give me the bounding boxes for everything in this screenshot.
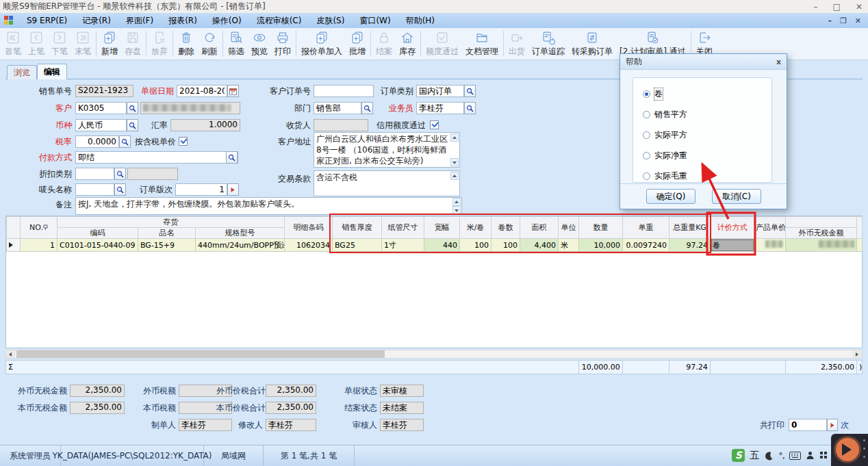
detail-row-1[interactable]: 1 C0101-015-0440-09 BG-15+9 440mm/24um/B… (7, 239, 863, 252)
sogou-icon[interactable]: S (732, 449, 745, 462)
menu-item-workflow[interactable]: 流程审核(C) (249, 13, 309, 28)
ok-button[interactable]: 确定(Q) (646, 189, 695, 204)
customer-code-input[interactable] (75, 102, 127, 114)
mdi-close-icon[interactable]: ✕ (855, 16, 861, 25)
prev-record-button[interactable]: 上笔 (25, 29, 48, 59)
col-qty[interactable]: 数量 (579, 217, 623, 239)
col-product-price[interactable]: 产品单价 (754, 217, 786, 239)
print-count-spin-button[interactable] (827, 419, 838, 431)
mdi-minimize-icon[interactable]: – (828, 16, 832, 25)
col-rolls[interactable]: 卷数 (492, 217, 520, 239)
col-tube-size[interactable]: 纸管尺寸 (382, 217, 424, 239)
cell-tube-size[interactable]: 1寸 (382, 239, 424, 252)
print-count-input[interactable] (789, 419, 827, 431)
col-barcode[interactable]: 明细条码 (285, 217, 333, 239)
cell-rolls[interactable]: 100 (492, 239, 520, 252)
tax-rate-input[interactable] (75, 135, 119, 148)
document-manage-button[interactable]: 文档管理 (462, 29, 502, 59)
batch-add-button[interactable]: 批增 (346, 29, 369, 59)
filter-button[interactable]: 筛选 (225, 29, 248, 59)
customer-order-no-input[interactable] (314, 85, 374, 97)
cell-no[interactable]: 1 (21, 239, 58, 252)
doc-date-input[interactable] (177, 85, 227, 97)
cell-product-name[interactable]: BG-15+9 (138, 239, 196, 252)
currency-lookup-button[interactable] (127, 119, 138, 131)
delete-button[interactable]: 删除 (175, 29, 198, 59)
discount-type-input[interactable] (75, 168, 114, 180)
to-purchase-order-button[interactable]: 转采购订单 (568, 29, 616, 59)
col-meters-per-roll[interactable]: 米/卷 (460, 217, 492, 239)
grid-hscrollbar[interactable] (5, 350, 863, 359)
terms-scroll-up-icon[interactable] (450, 172, 459, 180)
new-button[interactable]: 新增 (98, 29, 121, 59)
col-area[interactable]: 面积 (520, 217, 559, 239)
col-width[interactable]: 宽幅 (424, 217, 460, 239)
menu-item-report[interactable]: 报表(R) (161, 13, 205, 28)
cell-unit-weight[interactable]: 0.0097240 (623, 239, 669, 252)
cell-code[interactable]: C0101-015-0440-09 (58, 239, 138, 252)
keyboard-icon[interactable] (789, 452, 801, 460)
trade-terms-field[interactable]: 含运不含税 (314, 170, 460, 196)
tab-edit[interactable]: 编辑 (37, 64, 67, 79)
close-case-button[interactable]: 结案 (372, 29, 396, 59)
help-dialog-titlebar[interactable]: 帮助 x (620, 54, 787, 70)
person-icon[interactable] (806, 451, 815, 460)
mark-name-input[interactable] (75, 183, 114, 196)
credit-pass-checkbox[interactable] (430, 120, 439, 129)
tax-included-checkbox[interactable] (179, 137, 188, 146)
remark-scroll-down-icon[interactable] (452, 206, 461, 214)
dialog-close-icon[interactable]: x (776, 57, 781, 66)
remark-field[interactable]: 按J, 天地盒，打井字带，外包缠绕膜。外包装加贴客户唛头。 (75, 197, 462, 215)
pricing-option-actual-sqm[interactable]: 实际平方 (643, 130, 687, 140)
last-record-button[interactable]: 末笔 (71, 29, 94, 59)
add-from-quote-button[interactable]: 报价单加入 (298, 29, 346, 59)
remark-scroll-up-icon[interactable] (452, 198, 461, 206)
cell-spec[interactable]: 440mm/24um/BOPP预涂... (196, 239, 285, 252)
col-total-weight[interactable]: 总重量KG (669, 217, 711, 239)
col-product-name[interactable]: 品名 (138, 228, 196, 239)
pricing-option-net-weight[interactable]: 实际净重 (643, 151, 687, 160)
pricing-option-roll[interactable]: 卷 (643, 89, 663, 99)
salesman-lookup-button[interactable] (464, 102, 476, 114)
department-lookup-button[interactable] (361, 102, 373, 114)
cell-meters-per-roll[interactable]: 100 (460, 239, 492, 252)
window-minimize-icon[interactable]: – (814, 2, 818, 12)
order-version-spin-button[interactable] (227, 183, 239, 196)
scrollbar-thumb[interactable] (16, 350, 385, 358)
window-maximize-icon[interactable]: □ (833, 2, 841, 12)
col-pricing-method[interactable]: 计价方式 (711, 217, 754, 239)
discard-button[interactable]: 放弃 (148, 29, 171, 59)
col-spec[interactable]: 规格型号 (196, 228, 285, 239)
print-button[interactable]: 打印 (271, 29, 294, 59)
wubi-mode-icon[interactable]: 五 (750, 450, 759, 462)
scroll-left-icon[interactable] (6, 350, 15, 358)
currency-input[interactable] (75, 119, 127, 131)
payment-input[interactable] (75, 151, 238, 164)
discount-lookup-button[interactable] (114, 168, 126, 180)
inventory-button[interactable]: 库存 (396, 29, 419, 59)
row-selector[interactable] (7, 239, 21, 252)
col-unit-weight[interactable]: 单重 (623, 217, 669, 239)
pricing-option-sales-sqm[interactable]: 销售平方 (643, 109, 687, 119)
order-category-input[interactable] (416, 85, 464, 97)
next-record-button[interactable]: 下笔 (48, 29, 71, 59)
cell-product-price-masked[interactable] (754, 239, 786, 252)
cell-total-weight[interactable]: 97.24 (669, 239, 711, 252)
col-thickness[interactable]: 销售厚度 (333, 217, 382, 239)
tax-rate-lookup-button[interactable] (119, 135, 131, 148)
col-code[interactable]: 编码 (58, 228, 138, 239)
menu-item-ui[interactable]: 界面(F) (118, 13, 161, 28)
cell-width[interactable]: 440 (424, 239, 460, 252)
department-input[interactable] (314, 102, 361, 114)
cancel-button[interactable]: 取消(C) (712, 189, 761, 204)
credit-approve-button[interactable]: 额度通过 (422, 29, 462, 59)
order-version-input[interactable] (175, 183, 227, 196)
payment-lookup-button[interactable] (226, 151, 238, 164)
order-track-button[interactable]: 订单追踪 (528, 29, 568, 59)
mark-lookup-button[interactable] (114, 183, 126, 196)
col-foreign-amount[interactable]: 外币无税金额 (786, 228, 857, 239)
scroll-right-icon[interactable] (853, 350, 862, 358)
moon-icon[interactable] (764, 451, 774, 461)
pricing-option-gross-weight[interactable]: 实际毛重 (643, 171, 687, 181)
menu-item-record[interactable]: 记录(R) (75, 13, 118, 28)
